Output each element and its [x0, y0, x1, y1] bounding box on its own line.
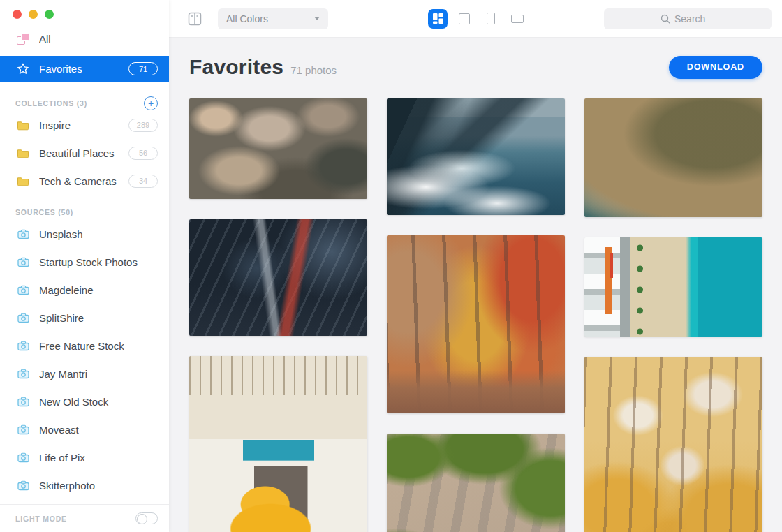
photo-thumbnail[interactable] — [189, 98, 367, 199]
camera-icon — [15, 257, 31, 267]
color-filter-dropdown[interactable]: All Colors — [218, 8, 328, 29]
page-title: Favorites — [189, 55, 283, 79]
collections-section-header: COLLECTIONS (3) — [0, 96, 169, 111]
photo-column — [387, 98, 565, 532]
source-label: Moveast — [39, 424, 158, 436]
source-label: Free Nature Stock — [39, 340, 158, 352]
photo-thumbnail[interactable] — [387, 434, 565, 532]
source-label: Jay Mantri — [39, 368, 158, 380]
window-controls — [0, 0, 169, 19]
collection-count-badge: 289 — [128, 119, 158, 132]
sidebar-item-source[interactable]: Skitterphoto — [0, 471, 169, 499]
sidebar-item-source[interactable]: Jay Mantri — [0, 360, 169, 387]
zoom-window-button[interactable] — [45, 10, 54, 19]
sidebar-item-source[interactable]: Unsplash — [0, 220, 169, 248]
sidebar-item-source[interactable]: Magdeleine — [0, 276, 169, 304]
photo-thumbnail[interactable] — [584, 237, 762, 337]
source-label: Life of Pix — [39, 452, 158, 464]
photo-grid — [189, 98, 762, 532]
collections-header-label: COLLECTIONS (3) — [15, 99, 87, 108]
source-label: New Old Stock — [39, 396, 158, 408]
light-mode-toggle[interactable] — [135, 512, 158, 524]
view-mode-switcher — [428, 9, 527, 29]
sidebar-footer: LIGHT MODE — [0, 504, 169, 532]
square-view-icon — [459, 13, 470, 24]
add-collection-button[interactable] — [144, 96, 158, 110]
sidebar-item-all[interactable]: All — [0, 26, 169, 52]
search-box[interactable] — [604, 8, 772, 29]
source-label: SplitShire — [39, 312, 158, 324]
sidebar-item-source[interactable]: Startup Stock Photos — [0, 248, 169, 276]
search-input[interactable] — [674, 13, 715, 24]
photo-column — [584, 98, 762, 532]
photo-thumbnail[interactable] — [584, 357, 762, 532]
square-view-button[interactable] — [455, 9, 474, 29]
source-label: Unsplash — [39, 228, 158, 240]
camera-icon — [15, 424, 31, 435]
collections-list: Inspire 289 Beautiful Places 56 Tech & C… — [0, 111, 169, 195]
photo-thumbnail[interactable] — [584, 98, 762, 217]
folder-icon — [15, 120, 31, 131]
sidebar: All Favorites 71 COLLECTIONS (3) Inspire… — [0, 0, 169, 532]
landscape-view-icon — [511, 15, 524, 23]
favorites-count-badge: 71 — [128, 62, 158, 75]
collection-count-badge: 56 — [128, 147, 158, 160]
photo-thumbnail[interactable] — [189, 219, 367, 336]
star-icon — [15, 63, 31, 75]
photo-count-subtitle: 71 photos — [290, 64, 337, 76]
download-button[interactable]: DOWNLOAD — [669, 56, 762, 79]
photo-thumbnail[interactable] — [387, 98, 565, 215]
camera-icon — [15, 229, 31, 239]
sources-header-label: SOURCES (50) — [15, 208, 73, 216]
chevron-down-icon — [314, 17, 320, 20]
close-window-button[interactable] — [13, 10, 22, 19]
collection-count-badge: 34 — [128, 175, 158, 188]
all-photos-icon — [15, 33, 31, 45]
sidebar-item-source[interactable]: Moveast — [0, 415, 169, 443]
photo-thumbnail[interactable] — [387, 235, 565, 413]
landscape-view-button[interactable] — [508, 9, 527, 29]
source-label: Startup Stock Photos — [39, 256, 158, 268]
sidebar-item-source[interactable]: SplitShire — [0, 304, 169, 332]
source-label: Magdeleine — [39, 284, 158, 296]
portrait-view-button[interactable] — [481, 9, 501, 29]
camera-icon — [15, 313, 31, 323]
sidebar-item-source[interactable]: Free Nature Stock — [0, 332, 169, 360]
masonry-view-button[interactable] — [428, 9, 448, 29]
sidebar-item-collection[interactable]: Inspire 289 — [0, 111, 169, 139]
folder-icon — [15, 148, 31, 158]
collection-label: Tech & Cameras — [39, 175, 128, 187]
search-icon — [661, 14, 670, 24]
photo-thumbnail[interactable] — [189, 356, 367, 532]
sidebar-item-source[interactable]: New Old Stock — [0, 387, 169, 415]
color-filter-value: All Colors — [226, 13, 314, 24]
camera-icon — [15, 369, 31, 379]
sidebar-item-favorites[interactable]: Favorites 71 — [0, 56, 169, 82]
camera-icon — [15, 285, 31, 295]
camera-icon — [15, 452, 31, 463]
light-mode-label: LIGHT MODE — [15, 515, 67, 523]
sidebar-item-collection[interactable]: Beautiful Places 56 — [0, 139, 169, 167]
sidebar-item-label: All — [39, 33, 158, 45]
sources-list: Unsplash Startup Stock Photos Magdeleine… — [0, 220, 169, 499]
sidebar-item-label: Favorites — [39, 63, 128, 75]
collection-label: Inspire — [39, 119, 128, 131]
camera-icon — [15, 480, 31, 491]
masonry-view-icon — [432, 13, 444, 24]
folder-icon — [15, 176, 31, 186]
camera-icon — [15, 341, 31, 351]
sources-section-header: SOURCES (50) — [0, 205, 169, 220]
main-content: Favorites 71 photos DOWNLOAD — [169, 38, 782, 532]
portrait-view-icon — [487, 13, 495, 24]
minimize-window-button[interactable] — [29, 10, 38, 19]
collection-label: Beautiful Places — [39, 147, 128, 159]
photo-column — [189, 98, 367, 532]
camera-icon — [15, 397, 31, 407]
toolbar: All Colors — [169, 0, 782, 38]
sidebar-item-collection[interactable]: Tech & Cameras 34 — [0, 167, 169, 195]
source-label: Skitterphoto — [39, 480, 158, 492]
page-header: Favorites 71 photos DOWNLOAD — [189, 55, 762, 79]
sidebar-item-source[interactable]: Life of Pix — [0, 443, 169, 471]
grid-layout-icon[interactable] — [187, 11, 202, 27]
